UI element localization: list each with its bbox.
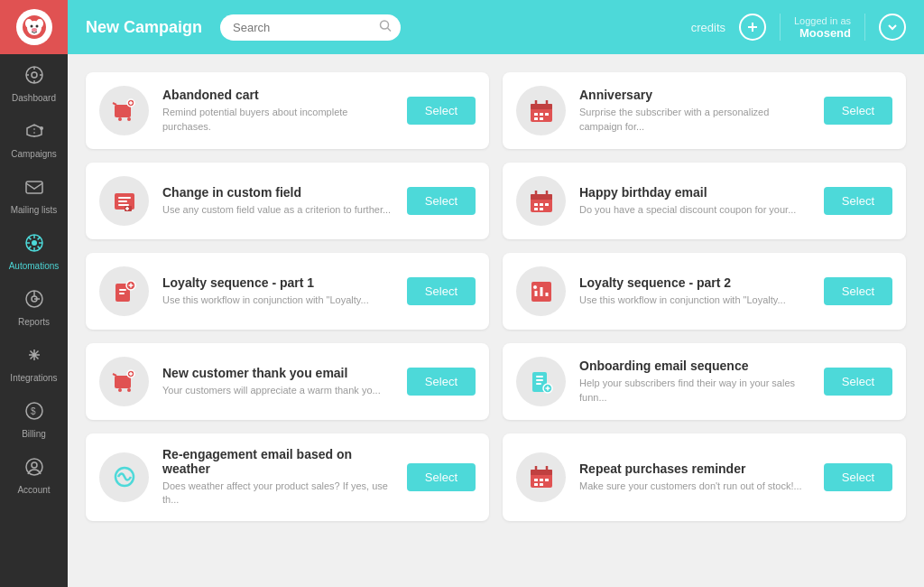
svg-rect-100 xyxy=(531,470,552,475)
card-title: Onboarding email sequence xyxy=(579,359,810,373)
select-button-re-engagement[interactable]: Select xyxy=(407,463,476,491)
campaigns-label: Campaigns xyxy=(11,149,57,159)
svg-rect-72 xyxy=(534,208,538,210)
svg-rect-56 xyxy=(534,117,538,120)
card-title: Abandoned cart xyxy=(162,88,393,102)
svg-point-39 xyxy=(381,21,389,29)
svg-rect-69 xyxy=(534,203,538,206)
select-button-loyalty-1[interactable]: Select xyxy=(407,277,476,305)
card-icon-wrap xyxy=(99,176,149,226)
logged-as-label: Logged in as xyxy=(794,15,851,26)
select-button-loyalty-2[interactable]: Select xyxy=(824,277,892,305)
card-icon-wrap xyxy=(516,452,566,502)
billing-label: Billing xyxy=(22,429,46,439)
card-title: Loyalty sequence - part 1 xyxy=(162,275,393,290)
select-button-onboarding[interactable]: Select xyxy=(824,368,892,396)
card-body: Abandoned cart Remind potential buyers a… xyxy=(162,88,393,134)
card-icon xyxy=(110,187,139,216)
svg-rect-104 xyxy=(540,479,543,481)
svg-line-22 xyxy=(28,238,31,240)
search-wrap xyxy=(220,14,401,41)
svg-rect-107 xyxy=(540,483,543,486)
card-title: Change in custom field xyxy=(162,185,393,200)
select-button-happy-birthday[interactable]: Select xyxy=(824,187,892,215)
campaign-card-happy-birthday: Happy birthday email Do you have a speci… xyxy=(503,163,906,239)
svg-rect-92 xyxy=(536,376,543,377)
svg-point-13 xyxy=(40,126,43,130)
svg-rect-73 xyxy=(540,208,543,210)
card-icon-wrap xyxy=(516,176,566,226)
svg-rect-105 xyxy=(545,479,549,481)
campaign-card-loyalty-1: Loyalty sequence - part 1 Use this workf… xyxy=(86,253,489,330)
card-icon xyxy=(110,97,139,126)
campaign-card-loyalty-2: Loyalty sequence - part 2 Use this workf… xyxy=(503,253,906,330)
card-title: New customer thank you email xyxy=(162,366,393,380)
svg-line-40 xyxy=(388,28,392,32)
card-body: Loyalty sequence - part 2 Use this workf… xyxy=(579,275,810,307)
card-icon xyxy=(527,187,556,216)
select-button-change-custom-field[interactable]: Select xyxy=(407,187,476,215)
search-input[interactable] xyxy=(220,14,401,41)
card-body: Happy birthday email Do you have a speci… xyxy=(579,185,810,217)
sidebar-logo xyxy=(0,0,68,54)
svg-rect-85 xyxy=(115,376,131,388)
dashboard-label: Dashboard xyxy=(12,93,56,103)
card-desc: Help your subscribers find their way in … xyxy=(579,377,810,405)
card-body: Loyalty sequence - part 1 Use this workf… xyxy=(162,275,393,307)
card-icon-wrap xyxy=(99,86,149,135)
svg-rect-71 xyxy=(545,203,549,206)
card-desc: Surprise the subscriber with a personali… xyxy=(579,106,810,134)
card-icon-wrap xyxy=(99,452,149,502)
svg-rect-50 xyxy=(531,104,552,109)
svg-rect-66 xyxy=(531,194,552,200)
credits-label: credits xyxy=(691,21,725,34)
card-icon xyxy=(110,462,139,491)
page-title: New Campaign xyxy=(86,18,202,37)
svg-rect-70 xyxy=(540,203,543,206)
card-icon-wrap xyxy=(516,357,566,406)
sidebar-item-account[interactable]: Account xyxy=(0,446,68,502)
card-desc: Use any custom field value as a criterio… xyxy=(162,203,393,217)
user-menu-button[interactable] xyxy=(879,14,906,41)
select-button-repeat-purchases[interactable]: Select xyxy=(824,463,892,491)
sidebar-item-automations[interactable]: Automations xyxy=(0,222,68,278)
add-credits-button[interactable] xyxy=(739,14,766,41)
card-body: Repeat purchases reminder Make sure your… xyxy=(579,461,810,493)
svg-point-44 xyxy=(118,117,122,121)
integrations-icon xyxy=(24,345,44,369)
sidebar-item-reports[interactable]: Reports xyxy=(0,278,68,334)
card-body: Anniversary Surprise the subscriber with… xyxy=(579,88,810,134)
card-icon-wrap xyxy=(516,86,566,135)
select-button-anniversary[interactable]: Select xyxy=(824,97,892,125)
dashboard-icon xyxy=(24,65,44,89)
svg-point-4 xyxy=(30,25,32,28)
svg-text:$: $ xyxy=(31,406,36,416)
app-logo-icon xyxy=(16,9,52,45)
select-button-new-customer[interactable]: Select xyxy=(407,368,476,396)
sidebar-item-integrations[interactable]: Integrations xyxy=(0,334,68,390)
sidebar-item-billing[interactable]: $ Billing xyxy=(0,390,68,446)
svg-rect-78 xyxy=(119,289,126,291)
card-icon xyxy=(527,368,556,396)
svg-rect-93 xyxy=(536,379,543,381)
svg-point-86 xyxy=(118,388,122,392)
select-button-abandoned-cart[interactable]: Select xyxy=(407,97,476,125)
sidebar-item-mailing-lists[interactable]: Mailing lists xyxy=(0,166,68,222)
card-body: Onboarding email sequence Help your subs… xyxy=(579,359,810,405)
svg-point-17 xyxy=(32,240,37,246)
campaign-card-re-engagement: Re-engagement email based on weather Doe… xyxy=(86,433,489,521)
automations-label: Automations xyxy=(9,261,60,271)
topbar-divider-2 xyxy=(864,14,865,41)
sidebar-item-dashboard[interactable]: Dashboard xyxy=(0,54,68,110)
svg-point-87 xyxy=(127,388,131,392)
card-icon xyxy=(527,97,556,126)
sidebar-item-campaigns[interactable]: Campaigns xyxy=(0,110,68,166)
svg-line-24 xyxy=(37,238,40,240)
card-body: New customer thank you email Your custom… xyxy=(162,366,393,397)
svg-point-5 xyxy=(35,25,38,28)
svg-rect-57 xyxy=(540,117,543,120)
card-desc: Do you have a special discount coupon fo… xyxy=(579,203,810,217)
svg-rect-54 xyxy=(540,113,543,116)
campaign-card-onboarding: Onboarding email sequence Help your subs… xyxy=(503,343,906,420)
campaign-card-abandoned-cart: Abandoned cart Remind potential buyers a… xyxy=(86,72,489,149)
